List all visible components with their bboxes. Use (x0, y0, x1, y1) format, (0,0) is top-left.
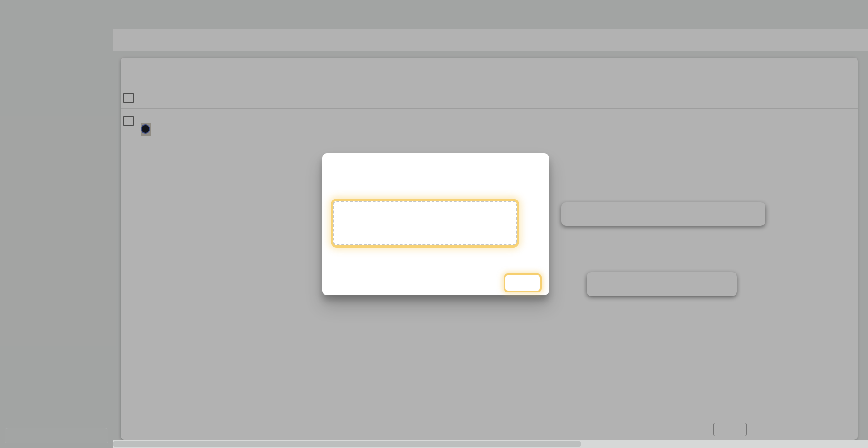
tutorial-callout-import (587, 272, 737, 296)
cancel-button[interactable] (489, 282, 495, 283)
json-dropzone[interactable] (333, 201, 517, 245)
app-root (0, 0, 868, 448)
clear-file-icon[interactable] (522, 218, 534, 229)
tutorial-callout-browse (561, 202, 765, 226)
horizontal-scrollbar[interactable] (113, 440, 868, 448)
import-image-dialog (322, 153, 549, 295)
import-button[interactable] (505, 275, 540, 291)
close-icon[interactable] (527, 162, 539, 174)
scrollbar-thumb[interactable] (113, 441, 581, 447)
cloud-upload-icon (409, 214, 427, 232)
